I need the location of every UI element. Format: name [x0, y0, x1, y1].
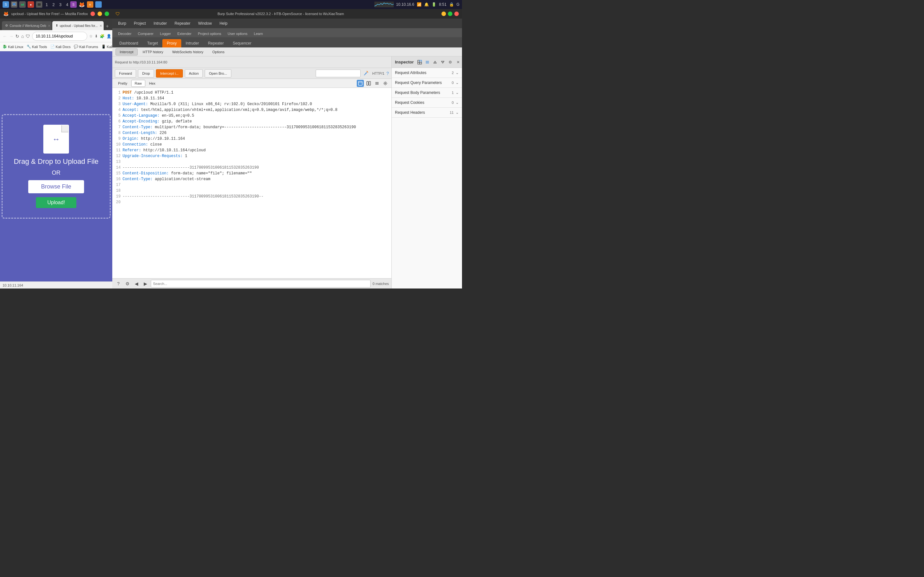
burp-tab-decoder[interactable]: Decoder [115, 30, 135, 37]
ff-bm-kali-linux[interactable]: 🐉 Kali Linux [3, 45, 23, 49]
ff-min-btn[interactable] [97, 11, 102, 16]
ff-bookmark-star-icon[interactable]: ☆ [89, 33, 93, 40]
inspector-section-headers[interactable]: Request Headers 11 ⌄ [392, 108, 462, 118]
ff-bm-kali-docs-icon: 📄 [50, 45, 55, 49]
ff-url-input[interactable] [32, 32, 87, 41]
taskbar-item-1[interactable] [11, 1, 17, 8]
inspector-sort-asc-icon[interactable] [432, 59, 438, 65]
view-mode-2-icon[interactable] [365, 80, 372, 87]
burp-tab-target[interactable]: Target [143, 39, 162, 47]
intercept-button[interactable]: Intercept i... [156, 69, 183, 77]
burp-menu-help[interactable]: Help [216, 20, 231, 27]
ff-back-btn[interactable]: ← [3, 32, 7, 40]
taskbar-item-3[interactable]: ● [27, 1, 34, 8]
svg-rect-17 [418, 62, 420, 64]
burp-tab-dashboard[interactable]: Dashboard [115, 39, 143, 47]
ff-tab-console[interactable]: ⚙ Console // Werkzeug Deb ✕ [2, 21, 52, 30]
taskbar-num-4[interactable]: 4 [66, 2, 68, 7]
inspector-icon-grid[interactable] [424, 59, 431, 65]
ff-forward-btn[interactable]: → [9, 32, 13, 40]
burp-tab-intruder[interactable]: Intruder [181, 39, 204, 47]
burp-proxy-tab-http-history[interactable]: HTTP history [139, 48, 167, 55]
upload-dropzone[interactable]: ↔ Drag & Drop to Upload File OR Browse F… [2, 114, 111, 219]
app-icon-s[interactable]: S [3, 1, 9, 8]
burp-next-icon[interactable]: ▶ [142, 280, 149, 287]
ff-user-icon[interactable]: 👤 [107, 33, 111, 40]
taskbar-terminal[interactable]: _ [36, 1, 42, 8]
taskbar-item-2[interactable] [19, 1, 26, 8]
view-sort-icon[interactable] [373, 80, 381, 87]
ff-new-tab-btn[interactable]: + [104, 23, 110, 29]
inspector-header: Inspector ⚙ [392, 56, 462, 68]
ff-close-btn[interactable] [90, 11, 95, 16]
ff-home-btn[interactable]: ⌂ [21, 32, 24, 40]
open-browser-button[interactable]: Open Bro... [205, 69, 231, 77]
ff-tab-label-console: Console // Werkzeug Deb [10, 24, 46, 27]
burp-menu-window[interactable]: Window [195, 20, 215, 27]
forward-button[interactable]: Forward [115, 69, 136, 77]
burp-settings-bottom-icon[interactable]: ⚙ [124, 280, 131, 287]
ff-download-icon[interactable]: ⬇ [95, 33, 98, 40]
burp-bottom-search-input[interactable] [151, 280, 371, 287]
burp-help-bottom-icon[interactable]: ? [115, 280, 122, 287]
inspector-icon-list[interactable] [417, 59, 423, 65]
view-tab-raw[interactable]: Raw [131, 80, 145, 87]
drop-button[interactable]: Drop [138, 69, 154, 77]
taskbar-num-1[interactable]: 1 [45, 2, 48, 7]
burp-proxy-tab-options[interactable]: Options [208, 48, 228, 55]
burp-proxy-tab-intercept[interactable]: Intercept [115, 48, 137, 55]
view-mode-1-icon[interactable] [357, 80, 364, 87]
burp-tab-user-options[interactable]: User options [225, 30, 251, 37]
ff-tab-upcloud[interactable]: ⬆ upcloud - Upload files for... ✕ [52, 21, 103, 30]
help-icon[interactable]: ? [386, 71, 389, 76]
burp-search-input[interactable] [316, 69, 360, 77]
view-settings-icon[interactable] [382, 80, 389, 87]
inspector-section-query-params[interactable]: Request Query Parameters 0 ⌄ [392, 78, 462, 88]
taskbar-app-blue2[interactable] [95, 1, 102, 8]
burp-menu-burp[interactable]: Burp [115, 20, 129, 27]
burp-tab-logger[interactable]: Logger [157, 30, 174, 37]
burp-tab-learn[interactable]: Learn [250, 30, 266, 37]
ff-reload-btn[interactable]: ↻ [15, 32, 19, 40]
burp-proxy-tab-websockets[interactable]: WebSockets history [168, 48, 207, 55]
browse-file-button[interactable]: Browse File [28, 180, 84, 193]
burp-tab-proxy[interactable]: Proxy [162, 39, 181, 47]
inspector-section-body-params[interactable]: Request Body Parameters 1 ⌄ [392, 88, 462, 98]
inspector-settings-icon[interactable]: ⚙ [447, 59, 454, 65]
burp-tab-repeater[interactable]: Repeater [204, 39, 228, 47]
ff-bm-kali-docs[interactable]: 📄 Kali Docs [50, 45, 71, 49]
wand-icon[interactable] [363, 70, 369, 77]
burp-menu-project[interactable]: Project [131, 20, 149, 27]
burp-prev-icon[interactable]: ◀ [133, 280, 140, 287]
taskbar-firefox[interactable]: 🦊 [79, 1, 85, 8]
inspector-sort-desc-icon[interactable] [439, 59, 446, 65]
view-tab-hex[interactable]: Hex [146, 80, 159, 87]
burp-close-btn[interactable] [454, 11, 459, 16]
ff-bm-kali-forums[interactable]: 💬 Kali Forums [74, 45, 98, 49]
taskbar-num-2[interactable]: 2 [52, 2, 55, 7]
main-content: 🦊 upcloud - Upload files for Free! — Moz… [0, 9, 462, 288]
inspector-section-request-attributes[interactable]: Request Attributes 2 ⌄ [392, 68, 462, 78]
upload-button[interactable]: Upload! [36, 197, 76, 208]
burp-request-body[interactable]: 1 POST /upcloud HTTP/1.1 2 Host: 10.10.1… [112, 88, 391, 278]
burp-min-btn[interactable] [441, 11, 446, 16]
taskbar-app-purple[interactable]: S [70, 1, 77, 8]
inspector-section-cookies[interactable]: Request Cookies 0 ⌄ [392, 98, 462, 108]
taskbar-num-3[interactable]: 3 [59, 2, 61, 7]
ff-tab-close-console[interactable]: ✕ [48, 24, 50, 27]
ff-max-btn[interactable] [105, 11, 109, 16]
burp-tab-comparer[interactable]: Comparer [135, 30, 157, 37]
burp-menu-intruder[interactable]: Intruder [150, 20, 170, 27]
view-tab-pretty[interactable]: Pretty [115, 80, 131, 87]
inspector-close-icon[interactable]: ✕ [455, 59, 461, 65]
burp-menu-repeater[interactable]: Repeater [171, 20, 194, 27]
ff-bm-kali-tools[interactable]: 🔧 Kali Tools [27, 45, 47, 49]
burp-tab-extender[interactable]: Extender [174, 30, 195, 37]
taskbar-app-orange[interactable]: B [87, 1, 94, 8]
ff-tab-close-upcloud[interactable]: ✕ [99, 24, 102, 27]
burp-max-btn[interactable] [448, 11, 452, 16]
action-button[interactable]: Action [185, 69, 203, 77]
burp-tab-project-options[interactable]: Project options [195, 30, 225, 37]
ff-extension-icon[interactable]: 🧩 [100, 33, 105, 40]
burp-tab-sequencer[interactable]: Sequencer [228, 39, 256, 47]
